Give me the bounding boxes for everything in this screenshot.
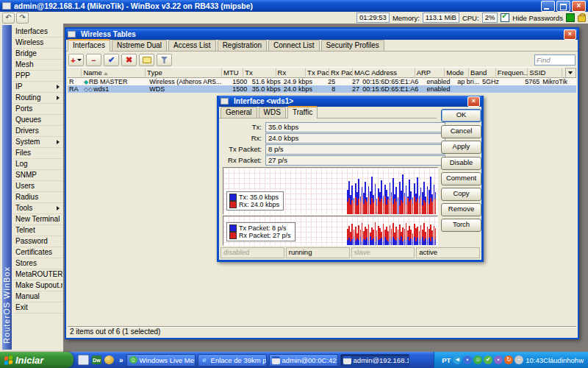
column-header-mode[interactable]: Mode (445, 68, 469, 77)
comment-button[interactable]: Comment (441, 172, 481, 185)
sidebar-item-snmp[interactable]: SNMP (13, 170, 62, 181)
task-windows-live-messen[interactable]: ☺Windows Live Messen... (126, 354, 196, 367)
tab-general[interactable]: General (220, 107, 257, 118)
sidebar-item-mesh[interactable]: Mesh (13, 60, 62, 71)
wireless-tables-titlebar[interactable]: Wireless Tables × (66, 29, 578, 40)
task-admin-192-168-1-4[interactable]: admin@192.168.1.4 ... (340, 354, 409, 367)
wireless-tables-close-button[interactable]: × (564, 29, 576, 40)
ok-button[interactable]: OK (441, 109, 481, 122)
sidebar-item-queues[interactable]: Queues (13, 115, 62, 126)
network-monitor-icon[interactable]: ▪ (463, 355, 472, 364)
tab-connect-list[interactable]: Connect List (268, 40, 320, 51)
sidebar-item-password[interactable]: Password (13, 236, 62, 247)
show-desktop-icon[interactable] (78, 355, 89, 365)
quick-launch-overflow-icon[interactable]: » (119, 356, 123, 364)
sidebar-item-files[interactable]: Files (13, 148, 62, 159)
sidebar-item-ports[interactable]: Ports (13, 104, 62, 115)
torch-button[interactable]: Torch (441, 219, 481, 232)
tab-traffic[interactable]: Traffic (287, 106, 318, 118)
find-input[interactable] (534, 54, 576, 66)
copy-button[interactable]: Copy (441, 188, 481, 201)
sidebar-item-drivers[interactable]: Drivers (13, 126, 62, 137)
sidebar-item-make-supout-rif[interactable]: Make Supout.rif (13, 280, 62, 291)
interface-state-bar: disabledrunningslaveactive (220, 247, 480, 258)
minimize-button[interactable] (541, 1, 555, 12)
remote-session-icon[interactable]: ◄ (453, 355, 462, 364)
sidebar-item-interfaces[interactable]: Interfaces (13, 26, 62, 38)
column-header-mtu[interactable]: MTU (222, 68, 243, 77)
tab-interfaces[interactable]: Interfaces (68, 39, 110, 52)
sidebar-item-routing[interactable]: Routing (13, 93, 62, 104)
submenu-arrow-icon (57, 96, 60, 100)
tab-registration[interactable]: Registration (218, 40, 267, 51)
table-row-rb-master[interactable]: R◆RB MASTERWireless (Atheros AR5...15005… (68, 78, 576, 85)
antivirus-shield-icon[interactable]: ✔ (484, 355, 492, 364)
enable-button[interactable]: ✔ (104, 54, 119, 66)
column-header-name[interactable]: Name (82, 68, 146, 77)
redo-button[interactable]: ↷ (16, 13, 29, 24)
column-header-ssid[interactable]: SSID (528, 68, 562, 77)
sidebar-item-ip[interactable]: IP (13, 82, 62, 93)
sidebar-item-manual[interactable]: Manual (13, 291, 62, 302)
column-header-band[interactable]: Band (469, 68, 496, 77)
messenger-contact-icon[interactable]: ☺ (473, 355, 482, 364)
column-header-rx[interactable]: Rx (276, 68, 306, 77)
filter-button[interactable] (157, 54, 172, 66)
sidebar-item-system[interactable]: System (13, 137, 62, 148)
messenger-status-icon[interactable]: − (514, 355, 523, 364)
task-enlace-de-39km-paro[interactable]: eEnlace de 39km paro ... (198, 354, 267, 367)
undo-button[interactable]: ↶ (2, 13, 15, 24)
tab-nstreme-dual[interactable]: Nstreme Dual (112, 40, 167, 51)
apply-button[interactable]: Apply (441, 141, 481, 154)
task-admin-00-0c-42-43[interactable]: admin@00:0C:42:43:... (269, 354, 338, 367)
legend-label: Tx: 35.0 kbps (239, 194, 279, 201)
sidebar-item-radius[interactable]: Radius (13, 192, 62, 203)
sidebar-item-tools[interactable]: Tools (13, 203, 62, 214)
sidebar-item-telnet[interactable]: Telnet (13, 225, 62, 236)
sidebar-item-wireless[interactable]: Wireless (13, 38, 62, 49)
language-indicator[interactable]: PT (442, 356, 451, 364)
column-header-rx-pac[interactable]: Rx Pac... (329, 68, 353, 77)
table-row-wds1[interactable]: RA◇◇wds1WDS150035.0 kbps24.0 kbps82700:1… (68, 85, 576, 93)
start-button[interactable]: Iniciar (0, 352, 74, 368)
add-button[interactable]: + (68, 54, 84, 66)
interface-dialog-close-button[interactable]: × (467, 96, 480, 107)
close-button[interactable]: × (572, 1, 586, 12)
maximize-button[interactable] (556, 1, 570, 12)
media-player-icon[interactable] (104, 355, 114, 364)
sidebar-item-certificates[interactable]: Certificates (13, 247, 62, 258)
dreamweaver-icon[interactable]: Dw (92, 355, 101, 364)
field-value-rx: 24.0 kbps (265, 133, 445, 144)
column-header-tx-pac[interactable]: Tx Pac... (306, 68, 329, 77)
legend-swatch (229, 224, 237, 232)
column-select-button[interactable] (565, 68, 576, 78)
disable-button[interactable]: ✖ (121, 54, 137, 66)
sidebar-item-metarouter[interactable]: MetaROUTER (13, 269, 62, 280)
hide-passwords-checkbox[interactable]: ✔ (501, 13, 509, 22)
sidebar-item-bridge[interactable]: Bridge (13, 49, 62, 60)
tab-access-list[interactable]: Access List (168, 40, 216, 51)
remove-button[interactable]: Remove (441, 203, 481, 216)
comment-button[interactable] (139, 54, 154, 66)
winbox-screen: admin@192.168.1.4 (MikroTik) - WinBox v3… (0, 0, 588, 368)
sidebar-item-new-terminal[interactable]: New Terminal (13, 214, 62, 225)
sidebar-item-users[interactable]: Users (13, 181, 62, 192)
column-header-frequen[interactable]: Frequen... (496, 68, 528, 77)
cancel-button[interactable]: Cancel (441, 125, 481, 138)
disable-button[interactable]: Disable (441, 157, 481, 170)
sidebar-item-stores[interactable]: Stores (13, 258, 62, 269)
usb-device-icon[interactable]: ▪ (494, 355, 503, 364)
tab-wds[interactable]: WDS (259, 107, 286, 118)
sidebar-item-log[interactable]: Log (13, 159, 62, 170)
remove-button[interactable]: − (86, 54, 101, 66)
column-header-mac-address[interactable]: MAC Address (353, 68, 415, 77)
download-manager-icon[interactable]: ↻ (504, 355, 513, 364)
column-header-arp[interactable]: ARP (415, 68, 445, 77)
sidebar-item-ppp[interactable]: PPP (13, 71, 62, 82)
interface-dialog-titlebar[interactable]: Interface <wds1> × (219, 96, 481, 107)
sidebar-item-exit[interactable]: Exit (13, 302, 62, 314)
column-header-tx[interactable]: Tx (243, 68, 276, 77)
column-header-flags[interactable] (68, 68, 82, 77)
tab-security-profiles[interactable]: Security Profiles (321, 40, 384, 51)
column-header-type[interactable]: Type (146, 68, 222, 77)
